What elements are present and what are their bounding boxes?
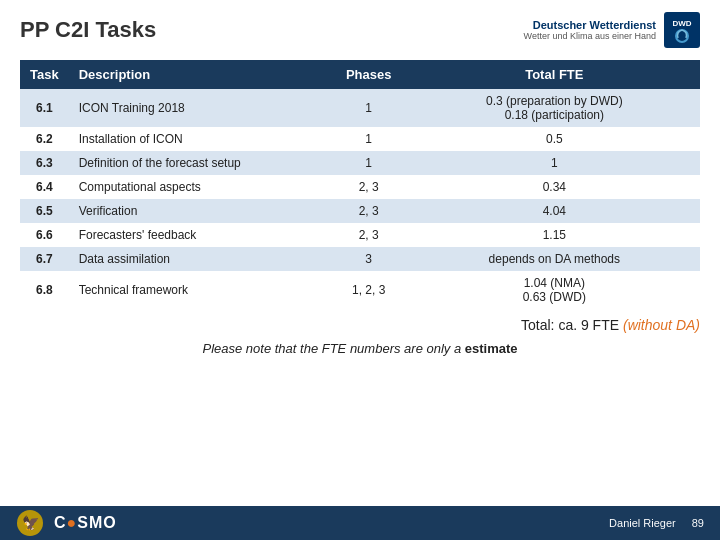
- cosmo-label: C●SMO: [54, 514, 117, 532]
- cell-fte: 4.04: [409, 199, 700, 223]
- table-body: 6.1ICON Training 201810.3 (preparation b…: [20, 89, 700, 309]
- dwd-sub: Wetter und Klima aus einer Hand: [524, 31, 656, 41]
- cell-description: Technical framework: [69, 271, 329, 309]
- cell-phases: 1: [329, 151, 409, 175]
- cell-task: 6.8: [20, 271, 69, 309]
- bottom-bar: 🦅 C●SMO Daniel Rieger 89: [0, 506, 720, 540]
- tasks-table: Task Description Phases Total FTE 6.1ICO…: [20, 60, 700, 309]
- footer-note: Please note that the FTE numbers are onl…: [0, 335, 720, 362]
- cell-fte: 0.3 (preparation by DWD)0.18 (participat…: [409, 89, 700, 127]
- bottom-right: Daniel Rieger 89: [609, 517, 704, 529]
- cell-description: Definition of the forecast setup: [69, 151, 329, 175]
- cell-description: Computational aspects: [69, 175, 329, 199]
- header: PP C2I Tasks Deutscher Wetterdienst Wett…: [0, 0, 720, 56]
- table-row: 6.4Computational aspects2, 30.34: [20, 175, 700, 199]
- note-prefix: Please note that the FTE numbers are onl…: [202, 341, 464, 356]
- cell-task: 6.6: [20, 223, 69, 247]
- table-row: 6.7Data assimilation3depends on DA metho…: [20, 247, 700, 271]
- total-suffix: (without DA): [623, 317, 700, 333]
- col-fte: Total FTE: [409, 60, 700, 89]
- cell-phases: 1: [329, 89, 409, 127]
- cell-task: 6.7: [20, 247, 69, 271]
- header-logo: Deutscher Wetterdienst Wetter und Klima …: [524, 12, 700, 48]
- dwd-text-block: Deutscher Wetterdienst Wetter und Klima …: [524, 19, 656, 41]
- cosmo-eagle-icon: 🦅: [16, 509, 44, 537]
- cell-description: Forecasters' feedback: [69, 223, 329, 247]
- cell-phases: 2, 3: [329, 199, 409, 223]
- cell-phases: 3: [329, 247, 409, 271]
- table-row: 6.8Technical framework1, 2, 31.04 (NMA)0…: [20, 271, 700, 309]
- cosmo-logos: 🦅 C●SMO: [16, 509, 117, 537]
- cell-task: 6.4: [20, 175, 69, 199]
- cell-fte: 1.15: [409, 223, 700, 247]
- cell-description: Verification: [69, 199, 329, 223]
- cell-phases: 1, 2, 3: [329, 271, 409, 309]
- cell-phases: 2, 3: [329, 223, 409, 247]
- table-row: 6.5Verification2, 34.04: [20, 199, 700, 223]
- cell-description: Installation of ICON: [69, 127, 329, 151]
- dwd-name: Deutscher Wetterdienst: [524, 19, 656, 31]
- cell-task: 6.2: [20, 127, 69, 151]
- table-row: 6.1ICON Training 201810.3 (preparation b…: [20, 89, 700, 127]
- table-row: 6.6Forecasters' feedback2, 31.15: [20, 223, 700, 247]
- svg-text:🦅: 🦅: [22, 515, 40, 532]
- col-phases: Phases: [329, 60, 409, 89]
- cell-fte: depends on DA methods: [409, 247, 700, 271]
- cell-description: ICON Training 2018: [69, 89, 329, 127]
- note-bold: estimate: [465, 341, 518, 356]
- table-container: Task Description Phases Total FTE 6.1ICO…: [0, 60, 720, 309]
- total-label: Total: ca. 9 FTE: [521, 317, 623, 333]
- page-title: PP C2I Tasks: [20, 17, 156, 43]
- cell-fte: 0.34: [409, 175, 700, 199]
- table-header-row: Task Description Phases Total FTE: [20, 60, 700, 89]
- cell-description: Data assimilation: [69, 247, 329, 271]
- table-row: 6.2Installation of ICON10.5: [20, 127, 700, 151]
- cell-fte: 1.04 (NMA)0.63 (DWD): [409, 271, 700, 309]
- col-task: Task: [20, 60, 69, 89]
- author-label: Daniel Rieger: [609, 517, 676, 529]
- cell-fte: 0.5: [409, 127, 700, 151]
- cell-fte: 1: [409, 151, 700, 175]
- cell-task: 6.1: [20, 89, 69, 127]
- page: PP C2I Tasks Deutscher Wetterdienst Wett…: [0, 0, 720, 540]
- cell-phases: 1: [329, 127, 409, 151]
- table-row: 6.3Definition of the forecast setup11: [20, 151, 700, 175]
- cosmo-dot: ●: [67, 514, 78, 531]
- page-number: 89: [692, 517, 704, 529]
- cell-task: 6.5: [20, 199, 69, 223]
- dwd-logo-icon: DWD: [664, 12, 700, 48]
- svg-text:DWD: DWD: [672, 19, 691, 28]
- cell-phases: 2, 3: [329, 175, 409, 199]
- footer-total: Total: ca. 9 FTE (without DA): [0, 309, 720, 335]
- cell-task: 6.3: [20, 151, 69, 175]
- col-description: Description: [69, 60, 329, 89]
